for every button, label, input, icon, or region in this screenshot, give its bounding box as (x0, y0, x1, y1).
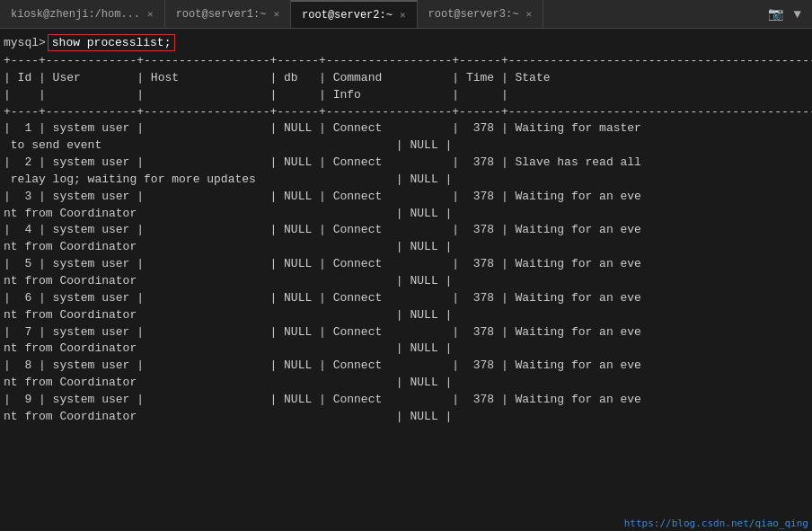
command-line: mysql> show processlist; (0, 32, 812, 53)
tab-icons: 📷 ▼ (757, 0, 812, 28)
tab-kiosk-close[interactable]: ✕ (147, 8, 154, 20)
tab-bar: kiosk@zhenji:/hom... ✕ root@server1:~ ✕ … (0, 0, 812, 29)
camera-icon[interactable]: 📷 (764, 4, 787, 23)
tab-server1-close[interactable]: ✕ (273, 8, 279, 20)
tab-kiosk[interactable]: kiosk@zhenji:/hom... ✕ (0, 0, 165, 28)
tab-server3-close[interactable]: ✕ (525, 8, 532, 20)
tab-kiosk-label: kiosk@zhenji:/hom... (11, 8, 140, 21)
tab-server1-label: root@server1:~ (176, 8, 267, 21)
terminal-output: +----+-------------+------------------+-… (0, 53, 812, 426)
url-hint: https://blog.csdn.net/qiao_qing (624, 518, 808, 529)
tab-server1[interactable]: root@server1:~ ✕ (165, 0, 291, 28)
prompt: mysql> (4, 36, 46, 49)
tab-server2-close[interactable]: ✕ (400, 9, 406, 21)
tab-server2-label: root@server2:~ (302, 9, 393, 22)
terminal: mysql> show processlist; +----+---------… (0, 29, 812, 531)
command-text: show processlist; (48, 34, 176, 51)
tab-server3[interactable]: root@server3:~ ✕ (418, 0, 543, 28)
tab-server2[interactable]: root@server2:~ ✕ (291, 0, 417, 28)
tab-server3-label: root@server3:~ (428, 8, 519, 21)
chevron-down-icon[interactable]: ▼ (790, 5, 805, 23)
